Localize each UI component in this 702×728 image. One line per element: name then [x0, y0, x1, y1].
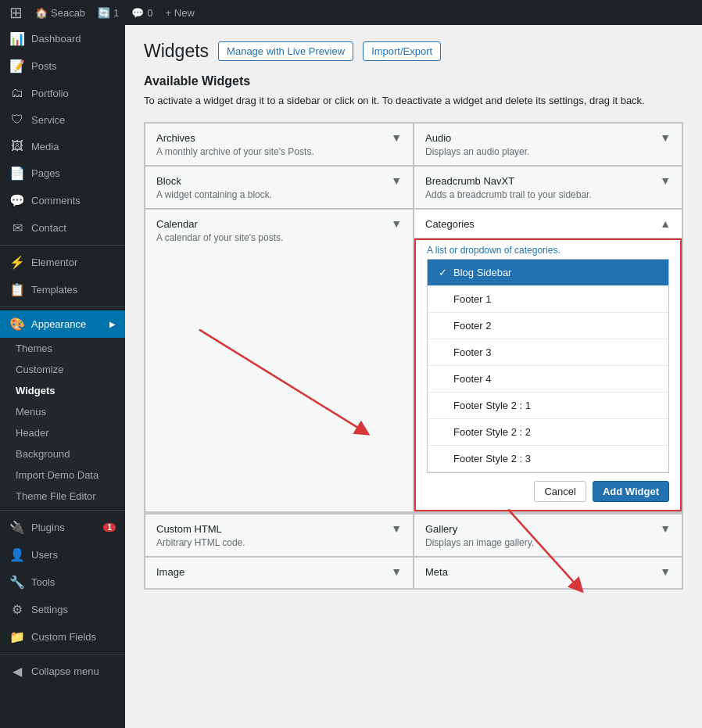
admin-bar-comments[interactable]: 💬 0: [131, 7, 152, 19]
media-icon: 🖼: [9, 139, 25, 153]
elementor-icon: ⚡: [9, 255, 25, 270]
widget-breadcrumb-desc: Adds a breadcrumb trail to your sidebar.: [425, 189, 671, 200]
sidebar: 📊 Dashboard 📝 Posts 🗂 Portfolio 🛡 Servic…: [0, 25, 125, 728]
calendar-toggle-icon: ▼: [391, 217, 402, 230]
sidebar-item-templates[interactable]: 📋 Templates: [0, 276, 125, 303]
available-widgets-desc: To activate a widget drag it to a sideba…: [144, 95, 683, 106]
sidebar-label-media: Media: [31, 141, 59, 152]
widget-custom-html-name: Custom HTML: [156, 523, 222, 535]
widget-audio[interactable]: Audio ▼ Displays an audio player.: [414, 123, 682, 166]
sidebar-item-portfolio[interactable]: 🗂 Portfolio: [0, 80, 125, 106]
add-widget-button[interactable]: Add Widget: [593, 481, 669, 502]
list-item-footer-2[interactable]: ✓ Footer 2: [428, 313, 668, 339]
widget-archives-desc: A monthly archive of your site's Posts.: [156, 146, 402, 157]
list-item-footer-1[interactable]: ✓ Footer 1: [428, 286, 668, 313]
sidebar-label-plugins: Plugins: [31, 522, 65, 533]
collapse-icon: ◀: [9, 664, 25, 679]
widget-archives[interactable]: Archives ▼ A monthly archive of your sit…: [145, 123, 414, 166]
available-widgets-title: Available Widgets: [144, 74, 683, 88]
submenu-import-demo[interactable]: Import Demo Data: [0, 464, 125, 486]
service-icon: 🛡: [9, 113, 25, 127]
categories-header[interactable]: Categories ▲: [414, 210, 682, 238]
widget-meta[interactable]: Meta ▼: [414, 557, 682, 589]
plugins-badge: 1: [103, 523, 116, 532]
list-item-footer-4[interactable]: ✓ Footer 4: [428, 366, 668, 393]
submenu-themes[interactable]: Themes: [0, 338, 125, 359]
updates-count: 1: [113, 7, 119, 19]
plugins-icon: 🔌: [9, 520, 25, 535]
sidebar-label-appearance: Appearance: [31, 318, 86, 330]
breadcrumb-toggle-icon: ▼: [660, 174, 671, 187]
tools-icon: 🔧: [9, 575, 25, 590]
home-icon: 🏠: [35, 7, 48, 19]
list-item-blog-sidebar[interactable]: ✓ Blog Sidebar: [428, 260, 668, 286]
archives-toggle-icon: ▼: [391, 131, 402, 144]
widget-calendar-name: Calendar: [156, 218, 198, 230]
sidebar-item-posts[interactable]: 📝 Posts: [0, 52, 125, 80]
widget-image[interactable]: Image ▼: [145, 557, 414, 589]
sidebar-label-comments: Comments: [31, 195, 81, 206]
list-item-label-footer-3: Footer 3: [453, 346, 491, 358]
widget-calendar[interactable]: Calendar ▼ A calendar of your site's pos…: [145, 209, 414, 512]
wp-logo-icon[interactable]: ⊞: [9, 3, 23, 22]
submenu-widgets[interactable]: Widgets: [0, 380, 125, 401]
sidebar-item-tools[interactable]: 🔧 Tools: [0, 568, 125, 596]
submenu-theme-editor[interactable]: Theme File Editor: [0, 486, 125, 507]
categories-toggle-icon: ▲: [660, 217, 671, 230]
gallery-toggle-icon: ▼: [660, 522, 671, 535]
widget-block-desc: A widget containing a block.: [156, 189, 402, 200]
sidebar-item-dashboard[interactable]: 📊 Dashboard: [0, 25, 125, 52]
admin-bar-new[interactable]: + New: [166, 7, 195, 19]
widget-categories-name: Categories: [425, 218, 475, 230]
import-export-button[interactable]: Import/Export: [363, 41, 441, 61]
pages-icon: 📄: [9, 166, 25, 181]
sidebar-item-pages[interactable]: 📄 Pages: [0, 160, 125, 187]
list-item-footer-style-2-3[interactable]: ✓ Footer Style 2 : 3: [428, 446, 668, 472]
sidebar-item-contact[interactable]: ✉ Contact: [0, 214, 125, 242]
settings-icon: ⚙: [9, 602, 25, 617]
block-toggle-icon: ▼: [391, 174, 402, 187]
submenu-header[interactable]: Header: [0, 422, 125, 443]
sidebar-item-media[interactable]: 🖼 Media: [0, 133, 125, 160]
sidebar-item-users[interactable]: 👤 Users: [0, 541, 125, 568]
sidebar-item-service[interactable]: 🛡 Service: [0, 106, 125, 133]
sidebar-item-plugins[interactable]: 🔌 Plugins 1: [0, 514, 125, 541]
sidebar-item-collapse[interactable]: ◀ Collapse menu: [0, 658, 125, 685]
widget-gallery[interactable]: Gallery ▼ Displays an image gallery.: [414, 514, 682, 557]
sidebar-label-contact: Contact: [31, 222, 66, 234]
sidebar-item-settings[interactable]: ⚙ Settings: [0, 596, 125, 623]
list-item-footer-3[interactable]: ✓ Footer 3: [428, 339, 668, 366]
submenu-customize[interactable]: Customize: [0, 359, 125, 380]
admin-bar-updates[interactable]: 🔄 1: [98, 7, 119, 19]
widget-breadcrumb-name: Breadcrumb NavXT: [425, 175, 514, 187]
cancel-button[interactable]: Cancel: [534, 481, 586, 502]
widget-gallery-desc: Displays an image gallery.: [425, 537, 671, 548]
manage-live-preview-button[interactable]: Manage with Live Preview: [218, 41, 353, 61]
appearance-icon: 🎨: [9, 317, 25, 332]
widget-gallery-name: Gallery: [425, 523, 457, 535]
list-item-label-footer-1: Footer 1: [453, 293, 491, 305]
list-item-footer-style-2-2[interactable]: ✓ Footer Style 2 : 2: [428, 419, 668, 446]
contact-icon: ✉: [9, 221, 25, 235]
sidebar-select-list[interactable]: ✓ Blog Sidebar ✓ Footer 1 ✓ Footer 2 ✓: [427, 259, 669, 473]
sidebar-item-elementor[interactable]: ⚡ Elementor: [0, 249, 125, 276]
submenu-background[interactable]: Background: [0, 443, 125, 464]
widget-block[interactable]: Block ▼ A widget containing a block.: [145, 166, 414, 209]
audio-toggle-icon: ▼: [660, 131, 671, 144]
dashboard-icon: 📊: [9, 31, 25, 46]
widget-breadcrumb[interactable]: Breadcrumb NavXT ▼ Adds a breadcrumb tra…: [414, 166, 682, 209]
new-label: + New: [166, 7, 195, 19]
admin-bar-site[interactable]: 🏠 Seacab: [35, 7, 85, 19]
sidebar-item-custom-fields[interactable]: 📁 Custom Fields: [0, 623, 125, 651]
widget-archives-name: Archives: [156, 132, 195, 144]
widget-custom-html[interactable]: Custom HTML ▼ Arbitrary HTML code.: [145, 514, 414, 557]
categories-hint: A list or dropdown of categories.: [416, 240, 680, 259]
sidebar-label-pages: Pages: [31, 167, 60, 179]
list-item-label-footer-4: Footer 4: [453, 373, 491, 385]
list-item-footer-style-2-1[interactable]: ✓ Footer Style 2 : 1: [428, 393, 668, 419]
users-icon: 👤: [9, 547, 25, 562]
sidebar-item-comments[interactable]: 💬 Comments: [0, 187, 125, 214]
widget-categories[interactable]: Categories ▲ A list or dropdown of categ…: [414, 209, 682, 512]
sidebar-item-appearance[interactable]: 🎨 Appearance ▶: [0, 310, 125, 338]
submenu-menus[interactable]: Menus: [0, 401, 125, 422]
